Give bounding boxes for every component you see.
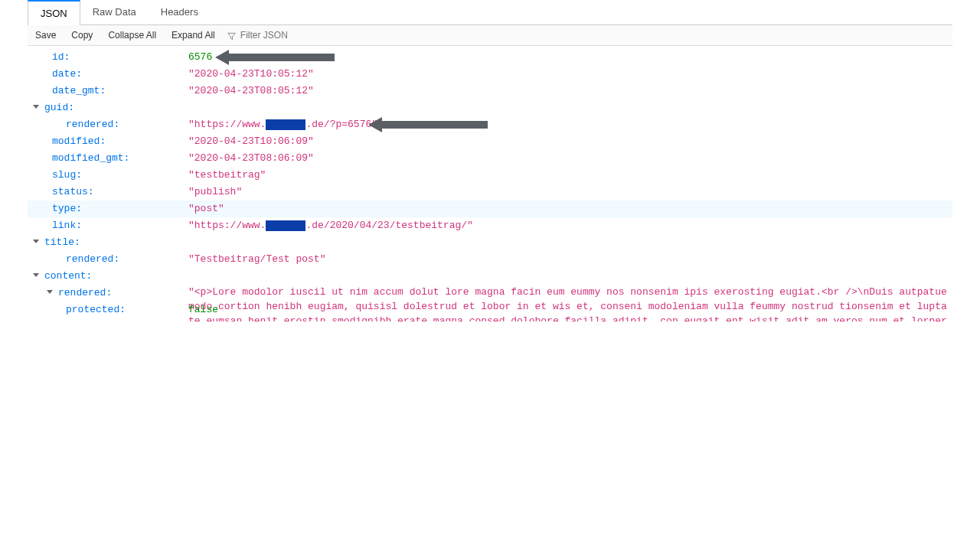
value-modified-gmt: "2020-04-23T08:06:09" xyxy=(188,150,952,167)
value-status: "publish" xyxy=(188,184,952,201)
value-modified: "2020-04-23T10:06:09" xyxy=(188,133,952,150)
row-content-rendered[interactable]: rendered: "<p>Lore modolor iuscil ut nim… xyxy=(28,285,952,302)
filter-wrap xyxy=(223,27,358,44)
row-guid-rendered[interactable]: rendered: "https://www..de/?p=6576" xyxy=(28,116,952,133)
toggle-content-rendered[interactable] xyxy=(46,289,55,298)
row-id[interactable]: id: 6576 xyxy=(28,49,952,66)
json-viewer: JSON Raw Data Headers Save Copy Collapse… xyxy=(28,0,952,321)
key-slug: slug: xyxy=(51,167,82,184)
value-guid-rendered: "https://www..de/?p=6576" xyxy=(188,116,952,133)
toggle-guid[interactable] xyxy=(32,103,41,112)
value-id: 6576 xyxy=(188,49,952,66)
guid-rendered-pre: "https://www. xyxy=(188,119,266,130)
redacted-domain xyxy=(266,119,305,130)
key-title: title: xyxy=(43,234,80,251)
key-date: date: xyxy=(51,66,82,83)
row-title[interactable]: title: xyxy=(28,234,952,251)
guid-rendered-post: .de/?p=6576" xyxy=(305,119,377,130)
row-slug[interactable]: slug: "testbeitrag" xyxy=(28,167,952,184)
key-guid-rendered: rendered: xyxy=(64,116,119,133)
row-status[interactable]: status: "publish" xyxy=(28,184,952,201)
key-content-rendered: rendered: xyxy=(57,285,112,302)
row-modified-gmt[interactable]: modified_gmt: "2020-04-23T08:06:09" xyxy=(28,150,952,167)
key-title-rendered: rendered: xyxy=(64,251,119,268)
value-title-rendered: "Testbeitrag/Test post" xyxy=(188,251,952,268)
key-content: content: xyxy=(43,268,92,285)
key-link: link: xyxy=(51,217,82,234)
row-date-gmt[interactable]: date_gmt: "2020-04-23T08:05:12" xyxy=(28,83,952,99)
row-content-protected[interactable]: protected: false xyxy=(28,302,952,318)
link-pre: "https://www. xyxy=(188,220,266,231)
filter-icon xyxy=(227,31,236,40)
filter-input[interactable] xyxy=(239,27,354,44)
key-modified: modified: xyxy=(51,133,106,150)
value-type: "post" xyxy=(188,201,952,217)
key-content-protected: protected: xyxy=(64,302,126,318)
row-content[interactable]: content: xyxy=(28,268,952,285)
tabs-bar: JSON Raw Data Headers xyxy=(28,0,952,25)
value-date-gmt: "2020-04-23T08:05:12" xyxy=(188,83,952,99)
toolbar: Save Copy Collapse All Expand All xyxy=(28,25,952,46)
value-link: "https://www..de/2020/04/23/testbeitrag/… xyxy=(188,217,952,234)
row-modified[interactable]: modified: "2020-04-23T10:06:09" xyxy=(28,133,952,150)
row-type[interactable]: type: "post" xyxy=(28,201,952,217)
collapse-all-button[interactable]: Collapse All xyxy=(100,25,164,45)
key-modified-gmt: modified_gmt: xyxy=(51,150,129,167)
row-date[interactable]: date: "2020-04-23T10:05:12" xyxy=(28,66,952,83)
key-id: id: xyxy=(51,49,70,66)
tab-json[interactable]: JSON xyxy=(28,0,80,25)
link-post: .de/2020/04/23/testbeitrag/" xyxy=(305,220,472,231)
toggle-title[interactable] xyxy=(32,238,41,247)
toggle-content[interactable] xyxy=(32,272,41,281)
key-type: type: xyxy=(51,201,82,217)
json-body: id: 6576 date: "2020-04-23T10:05:12" dat… xyxy=(28,46,952,321)
value-content-protected: false xyxy=(188,302,952,318)
value-slug: "testbeitrag" xyxy=(188,167,952,184)
save-button[interactable]: Save xyxy=(28,25,64,45)
row-guid[interactable]: guid: xyxy=(28,99,952,116)
key-status: status: xyxy=(51,184,94,201)
key-date-gmt: date_gmt: xyxy=(51,83,106,99)
tab-raw-data[interactable]: Raw Data xyxy=(80,0,149,24)
row-title-rendered[interactable]: rendered: "Testbeitrag/Test post" xyxy=(28,251,952,268)
key-guid: guid: xyxy=(43,99,74,116)
redacted-domain-link xyxy=(266,220,305,231)
expand-all-button[interactable]: Expand All xyxy=(164,25,223,45)
row-link[interactable]: link: "https://www..de/2020/04/23/testbe… xyxy=(28,217,952,234)
value-date: "2020-04-23T10:05:12" xyxy=(188,66,952,83)
copy-button[interactable]: Copy xyxy=(64,25,100,45)
tab-headers[interactable]: Headers xyxy=(149,0,211,24)
